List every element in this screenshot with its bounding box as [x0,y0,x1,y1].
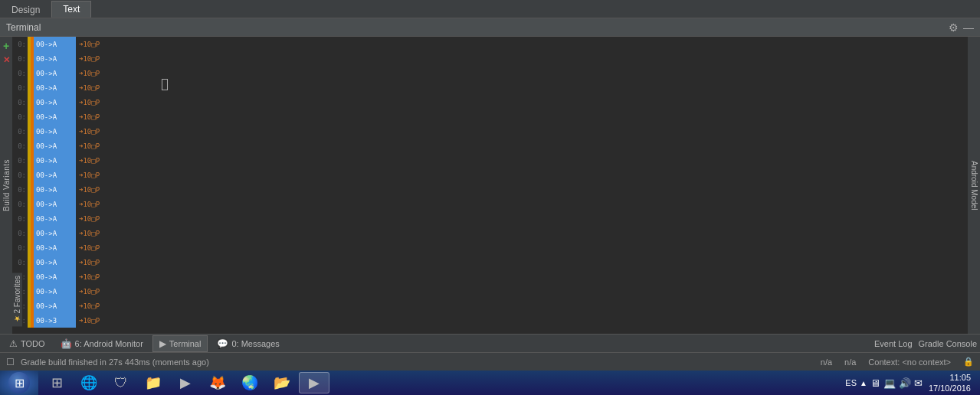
bottom-tab-todo[interactable]: ⚠TODO [3,335,51,352]
bottom-right-event-log[interactable]: Event Log [874,339,913,348]
taskbar-app-start[interactable]: ⊞ [41,372,72,393]
terminal-line: 0:00->A➜10□P [12,182,968,197]
bottom-right-gradle-console[interactable]: Gradle Console [919,339,977,348]
terminal-line: 0:00->A➜10□P [12,37,968,51]
terminal-line: 0:00->A➜10□P [12,255,968,269]
terminal-line: 0:00->A➜10□P [12,284,968,299]
terminal-header: Terminal ⚙ — [0,18,980,37]
terminal-line: 0:00->A➜10□P [12,197,968,211]
start-orb: ⊞ [8,372,30,393]
terminal-icon: ▶ [159,338,166,349]
terminal-line: 0:00->3➜10□P [12,313,968,328]
tray-msg-icon: ✉ [914,377,923,389]
bottom-tab-messages[interactable]: 💬0: Messages [211,335,285,352]
taskbar-tray: ES ▲ 🖥 💻 🔊 ✉ 11:05 17/10/2016 [839,372,980,394]
bottom-tab-android-monitor[interactable]: 🤖6: Android Monitor [54,335,149,352]
terminal-title: Terminal [6,22,41,33]
status-checkbox: ☐ [6,357,15,367]
taskbar-app-chrome[interactable]: 🌏 [234,372,265,393]
tab-text[interactable]: Text [51,1,91,18]
taskbar-app-unknown1[interactable]: 🛡 [106,372,136,393]
taskbar-app-android-studio[interactable]: ▶ [299,372,329,393]
tray-monitor-icon: 🖥 [870,377,880,389]
messages-label: 0: Messages [231,339,279,348]
taskbar-apps: ⊞🌐🛡📁▶🦊🌏📂▶ [38,372,839,393]
android-monitor-icon: 🤖 [61,338,72,349]
terminal-line: 0:00->A➜10□P [12,95,968,109]
favorites-star: ★ [13,315,21,323]
add-button[interactable]: + [3,40,9,52]
todo-icon: ⚠ [9,338,18,349]
status-context: Context: <no context> [868,357,951,367]
terminal-lines-container: 0:00->A➜10□P0:00->A➜10□P0:00->A➜10□P0:00… [12,37,968,334]
terminal-line: 0:00->A➜10□P [12,269,968,284]
todo-label: TODO [21,339,45,348]
android-model-label[interactable]: Android Model [970,158,978,213]
taskbar-app-media[interactable]: ▶ [170,372,201,393]
terminal-line: 0:00->A➜10□P [12,168,968,182]
messages-icon: 💬 [217,338,228,349]
taskbar-app-explorer[interactable]: 📁 [138,372,169,393]
bottom-tab-right: Event LogGradle Console [874,339,977,348]
terminal-line: 0:00->A➜10□P [12,226,968,240]
terminal-line: 0:00->A➜10□P [12,153,968,168]
tab-bar: Design Text [0,0,980,18]
terminal-line: 0:00->A➜10□P [12,124,968,139]
taskbar-app-ie[interactable]: 🌐 [74,372,104,393]
terminal-line: 0:00->A➜10□P [12,66,968,80]
start-button[interactable]: ⊞ [0,371,38,395]
tray-network-icon: 💻 [883,377,896,389]
terminal-line: 0:00->A➜10□P [12,299,968,313]
favorites-label[interactable]: ★ 2 Favorites [12,273,22,326]
status-lock-icon: 🔒 [963,357,974,367]
terminal-line: 0:00->A➜10□P [12,109,968,124]
tray-volume-icon: 🔊 [899,377,911,389]
terminal-line: 0:00->A➜10□P [12,240,968,255]
taskbar: ⊞ ⊞🌐🛡📁▶🦊🌏📂▶ ES ▲ 🖥 💻 🔊 ✉ 11:05 17/10/201… [0,371,980,395]
remove-button[interactable]: ✕ [3,55,10,65]
terminal-line: 0:00->A➜10□P [12,51,968,66]
terminal-label: Terminal [169,339,202,348]
tray-arrow[interactable]: ▲ [860,379,867,387]
taskbar-time: 11:05 17/10/2016 [926,372,974,394]
terminal-line: 0:00->A➜10□P [12,139,968,153]
bottom-tab-terminal[interactable]: ▶Terminal [152,335,208,352]
tab-design[interactable]: Design [0,1,51,18]
status-na1: n/a [821,357,832,367]
tray-lang: ES [845,378,857,387]
status-bar-right: n/a n/a Context: <no context> 🔒 [821,357,974,367]
taskbar-app-files[interactable]: 📂 [267,372,297,393]
android-monitor-label: 6: Android Monitor [75,339,143,348]
terminal-line: 0:00->A➜10□P [12,80,968,95]
status-message: Gradle build finished in 27s 443ms (mome… [21,357,209,367]
build-variants-label[interactable]: Build Variants [2,159,11,211]
status-na2: n/a [844,357,856,367]
terminal-line: 0:00->A➜10□P [12,211,968,226]
terminal-header-icons: ⚙ — [949,21,974,34]
minimize-icon[interactable]: — [963,21,974,34]
settings-icon[interactable]: ⚙ [949,21,959,34]
terminal-cursor [162,79,168,90]
status-bar: ☐ Gradle build finished in 27s 443ms (mo… [0,352,980,371]
bottom-tabs: ⚠TODO🤖6: Android Monitor▶Terminal💬0: Mes… [0,334,980,352]
taskbar-app-firefox[interactable]: 🦊 [202,372,233,393]
